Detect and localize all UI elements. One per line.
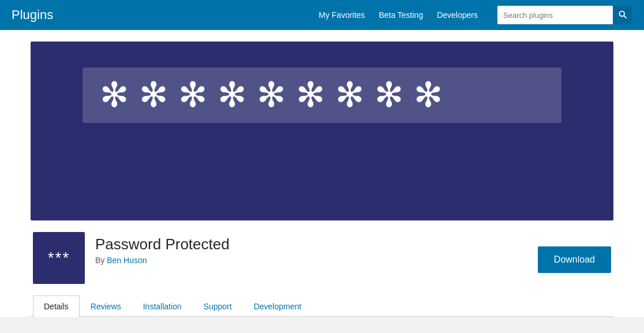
svg-line-1 <box>624 16 626 18</box>
search-input[interactable] <box>497 6 613 24</box>
nav-beta-testing[interactable]: Beta Testing <box>379 10 423 20</box>
tab-reviews[interactable]: Reviews <box>80 295 132 317</box>
main-content: ✻ ✻ ✻ ✻ ✻ ✻ ✻ ✻ ✻ *** Password Protected… <box>19 30 625 317</box>
asterisk-7: ✻ <box>335 78 364 113</box>
plugin-info-row: *** Password Protected By Ben Huson Down… <box>31 232 613 284</box>
asterisk-8: ✻ <box>375 78 403 113</box>
asterisk-6: ✻ <box>296 78 325 113</box>
nav-developers[interactable]: Developers <box>437 10 478 20</box>
search-wrapper <box>497 6 632 24</box>
hero-banner: ✻ ✻ ✻ ✻ ✻ ✻ ✻ ✻ ✻ <box>31 42 613 220</box>
asterisk-9: ✻ <box>414 78 443 113</box>
plugin-name: Password Protected <box>95 235 527 253</box>
tab-development[interactable]: Development <box>243 295 313 317</box>
site-title: Plugins <box>12 8 53 23</box>
plugin-meta: Password Protected By Ben Huson <box>95 232 527 265</box>
author-prefix: By <box>95 256 107 265</box>
tab-details[interactable]: Details <box>33 295 80 317</box>
tabs-row: Details Reviews Installation Support Dev… <box>31 295 613 317</box>
header: Plugins My Favorites Beta Testing Develo… <box>0 0 644 30</box>
header-nav: My Favorites Beta Testing Developers <box>319 6 632 24</box>
tab-support[interactable]: Support <box>193 295 243 317</box>
search-button[interactable] <box>613 6 632 24</box>
asterisks-bar: ✻ ✻ ✻ ✻ ✻ ✻ ✻ ✻ ✻ <box>83 68 561 123</box>
asterisk-2: ✻ <box>139 78 168 113</box>
asterisk-4: ✻ <box>218 78 246 113</box>
plugin-icon: *** <box>33 232 85 284</box>
plugin-author-line: By Ben Huson <box>95 256 527 265</box>
search-icon <box>619 10 627 20</box>
asterisk-5: ✻ <box>257 78 286 113</box>
tab-installation[interactable]: Installation <box>132 295 193 317</box>
plugin-author-link[interactable]: Ben Huson <box>107 256 147 265</box>
download-button[interactable]: Download <box>538 246 611 273</box>
plugin-icon-text: *** <box>48 249 70 267</box>
asterisk-1: ✻ <box>100 78 129 113</box>
nav-my-favorites[interactable]: My Favorites <box>319 10 365 20</box>
asterisk-3: ✻ <box>178 78 207 113</box>
